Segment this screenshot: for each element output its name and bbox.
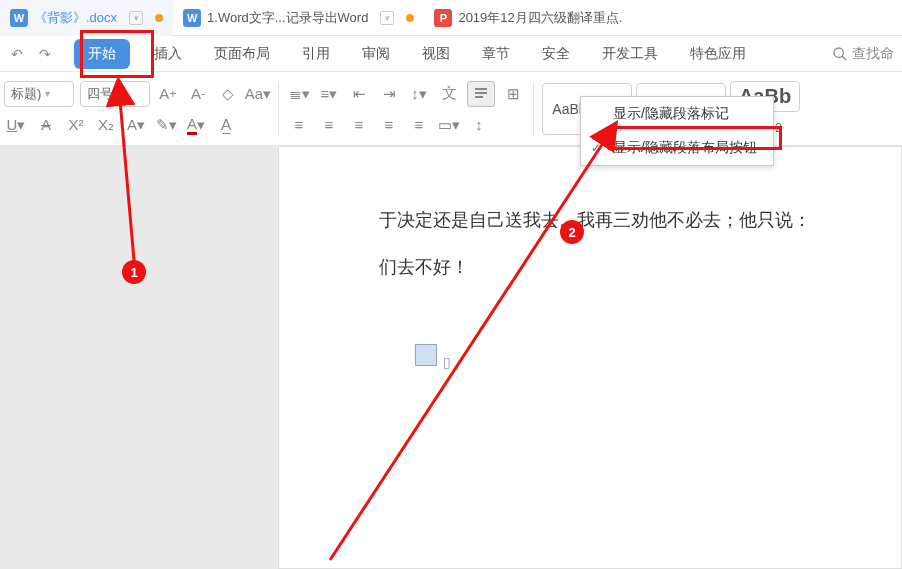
svg-line-1 bbox=[842, 56, 846, 60]
combo-value: 标题) bbox=[11, 85, 41, 103]
dropdown-label: 显示/隐藏段落布局按钮 bbox=[613, 139, 757, 157]
font-size-combo[interactable]: 四号 ▾ bbox=[80, 81, 150, 107]
tab-dropdown-icon[interactable]: ▾ bbox=[129, 11, 143, 25]
dropdown-item-toggle-marks[interactable]: 显示/隐藏段落标记 bbox=[581, 97, 773, 131]
paragraph-marks-button[interactable] bbox=[467, 81, 495, 107]
increase-font-icon[interactable]: A+ bbox=[156, 82, 180, 106]
sort-icon[interactable]: ↕ bbox=[467, 113, 491, 137]
tab-dropdown-icon[interactable]: ▾ bbox=[380, 11, 394, 25]
subscript-icon[interactable]: X₂ bbox=[94, 113, 118, 137]
decrease-indent-icon[interactable]: ⇤ bbox=[347, 82, 371, 106]
menu-developer[interactable]: 开发工具 bbox=[594, 39, 666, 69]
increase-indent-icon[interactable]: ⇥ bbox=[377, 82, 401, 106]
quick-access-toolbar: ↶ ↷ bbox=[8, 46, 54, 62]
word-icon: W bbox=[183, 9, 201, 27]
highlight-icon[interactable]: ✎▾ bbox=[154, 113, 178, 137]
section-handle-icon[interactable] bbox=[415, 344, 437, 366]
tab-title: 2019年12月四六级翻译重点. bbox=[458, 9, 622, 27]
menu-special[interactable]: 特色应用 bbox=[682, 39, 754, 69]
word-icon: W bbox=[10, 9, 28, 27]
body-text-line: 于决定还是自己送我去。我再三劝他不必去；他只说： bbox=[379, 197, 861, 244]
tab-document-1[interactable]: W 《背影》.docx ▾ bbox=[0, 0, 173, 36]
menu-bar: ↶ ↷ 开始 插入 页面布局 引用 审阅 视图 章节 安全 开发工具 特色应用 … bbox=[0, 36, 902, 72]
style-name-combo[interactable]: 标题) ▾ bbox=[4, 81, 74, 107]
section-marker-icon: ▯ bbox=[443, 344, 451, 380]
menu-view[interactable]: 视图 bbox=[414, 39, 458, 69]
tab-modified-badge bbox=[155, 14, 163, 22]
menu-page-layout[interactable]: 页面布局 bbox=[206, 39, 278, 69]
chevron-down-icon: ▾ bbox=[117, 88, 122, 99]
line-spacing-icon[interactable]: ↕▾ bbox=[407, 82, 431, 106]
tab-document-2[interactable]: W 1.Word文字...记录导出Word ▾ bbox=[173, 0, 424, 36]
combo-value: 四号 bbox=[87, 85, 113, 103]
underline-icon[interactable]: U▾ bbox=[4, 113, 28, 137]
align-left-icon[interactable]: ≡ bbox=[287, 113, 311, 137]
ribbon-divider bbox=[278, 82, 279, 136]
paragraph-marks-dropdown: 显示/隐藏段落标记 ✓ 显示/隐藏段落布局按钮 bbox=[580, 96, 774, 166]
body-text-line: 们去不好！ bbox=[379, 257, 469, 277]
ribbon: 标题) ▾ 四号 ▾ A+ A- ◇ Aa▾ U▾ A X² X₂ A▾ ✎▾ … bbox=[0, 72, 902, 146]
menu-home[interactable]: 开始 bbox=[74, 39, 130, 69]
tab-modified-badge bbox=[406, 14, 414, 22]
check-icon: ✓ bbox=[591, 141, 601, 155]
undo-icon[interactable]: ↶ bbox=[8, 46, 26, 62]
shading-icon[interactable]: ▭▾ bbox=[437, 113, 461, 137]
superscript-icon[interactable]: X² bbox=[64, 113, 88, 137]
pdf-icon: P bbox=[434, 9, 452, 27]
document-page[interactable]: 于决定还是自己送我去。我再三劝他不必去；他只说： ▯ 们去不好！ bbox=[278, 146, 902, 569]
menu-review[interactable]: 审阅 bbox=[354, 39, 398, 69]
svg-point-0 bbox=[834, 48, 843, 57]
font-color-icon[interactable]: A▾ bbox=[184, 113, 208, 137]
char-shading-icon[interactable]: A̲ bbox=[214, 113, 238, 137]
menu-sections[interactable]: 章节 bbox=[474, 39, 518, 69]
dropdown-item-toggle-layout-button[interactable]: ✓ 显示/隐藏段落布局按钮 bbox=[581, 131, 773, 165]
search-icon bbox=[832, 46, 848, 62]
menu-references[interactable]: 引用 bbox=[294, 39, 338, 69]
distribute-icon[interactable]: ≡ bbox=[407, 113, 431, 137]
tab-title: 1.Word文字...记录导出Word bbox=[207, 9, 368, 27]
chevron-down-icon: ▾ bbox=[45, 88, 50, 99]
change-case-icon[interactable]: Aa▾ bbox=[246, 82, 270, 106]
bullets-icon[interactable]: ≣▾ bbox=[287, 82, 311, 106]
text-effects-icon[interactable]: A▾ bbox=[124, 113, 148, 137]
document-area: 于决定还是自己送我去。我再三劝他不必去；他只说： ▯ 们去不好！ bbox=[0, 146, 902, 569]
numbering-icon[interactable]: ≡▾ bbox=[317, 82, 341, 106]
search-placeholder: 查找命 bbox=[852, 45, 894, 63]
tab-document-3[interactable]: P 2019年12月四六级翻译重点. bbox=[424, 0, 632, 36]
clear-format-icon[interactable]: ◇ bbox=[216, 82, 240, 106]
borders-icon[interactable]: ⊞ bbox=[501, 82, 525, 106]
pilcrow-icon bbox=[473, 86, 489, 102]
text-direction-icon[interactable]: 文 bbox=[437, 82, 461, 106]
tab-title: 《背影》.docx bbox=[34, 9, 117, 27]
search-box[interactable]: 查找命 bbox=[832, 45, 894, 63]
left-gutter bbox=[0, 146, 278, 569]
menu-insert[interactable]: 插入 bbox=[146, 39, 190, 69]
align-right-icon[interactable]: ≡ bbox=[347, 113, 371, 137]
menu-security[interactable]: 安全 bbox=[534, 39, 578, 69]
justify-icon[interactable]: ≡ bbox=[377, 113, 401, 137]
redo-icon[interactable]: ↷ bbox=[36, 46, 54, 62]
strikethrough-icon[interactable]: A bbox=[34, 113, 58, 137]
tab-bar: W 《背影》.docx ▾ W 1.Word文字...记录导出Word ▾ P … bbox=[0, 0, 902, 36]
align-center-icon[interactable]: ≡ bbox=[317, 113, 341, 137]
ribbon-divider bbox=[533, 82, 534, 136]
dropdown-label: 显示/隐藏段落标记 bbox=[613, 105, 729, 123]
decrease-font-icon[interactable]: A- bbox=[186, 82, 210, 106]
